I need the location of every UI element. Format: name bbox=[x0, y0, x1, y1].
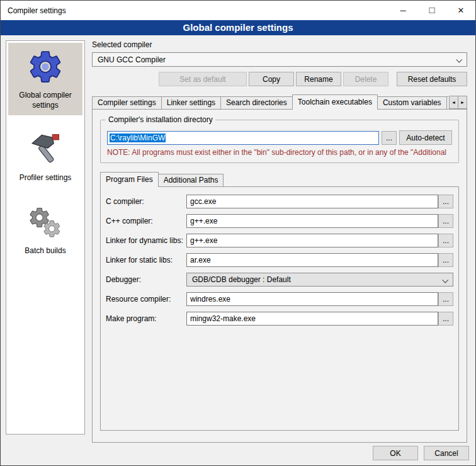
note-text: NOTE: All programs must exist either in … bbox=[107, 148, 452, 157]
make-program-browse-button[interactable]: ... bbox=[438, 312, 453, 326]
static-linker-label: Linker for static libs: bbox=[106, 256, 186, 264]
gears-gray-icon bbox=[25, 202, 65, 242]
ok-button[interactable]: OK bbox=[373, 446, 418, 460]
resource-compiler-browse-button[interactable]: ... bbox=[438, 292, 453, 306]
close-icon: ✕ bbox=[458, 6, 465, 15]
installation-directory-group: Compiler's installation directory C:\ray… bbox=[100, 120, 459, 163]
compiler-select-value: GNU GCC Compiler bbox=[98, 55, 166, 64]
delete-button[interactable]: Delete bbox=[343, 72, 388, 86]
compiler-actions: Set as default Copy Rename Delete Reset … bbox=[92, 72, 467, 86]
resource-compiler-label: Resource compiler: bbox=[106, 295, 186, 304]
profiler-hammer-icon bbox=[25, 129, 65, 169]
compiler-select[interactable]: GNU GCC Compiler bbox=[92, 52, 467, 67]
install-dir-input[interactable]: C:\raylib\MinGW bbox=[107, 131, 379, 145]
dialog-header-title: Global compiler settings bbox=[1, 20, 475, 35]
tab-build-options[interactable]: Buil bbox=[446, 96, 448, 110]
tabs-scroll-area: Compiler settings Linker settings Search… bbox=[92, 94, 448, 110]
form-row: Resource compiler: ... bbox=[106, 292, 453, 306]
tab-additional-paths[interactable]: Additional Paths bbox=[158, 174, 224, 187]
tab-toolchain-executables[interactable]: Toolchain executables bbox=[292, 94, 378, 110]
compiler-settings-dialog: Compiler settings ─ □ ✕ Global compiler … bbox=[0, 0, 476, 466]
settings-tabstrip: Compiler settings Linker settings Search… bbox=[92, 94, 467, 110]
make-program-input[interactable] bbox=[186, 312, 438, 326]
minimize-icon: ─ bbox=[400, 6, 405, 15]
sidebar-item-label: Profiler settings bbox=[20, 173, 72, 183]
debugger-select[interactable]: GDB/CDB debugger : Default bbox=[186, 273, 453, 287]
static-linker-input[interactable] bbox=[186, 253, 438, 267]
settings-category-sidebar: Global compiler settings Profiler settin… bbox=[6, 40, 85, 435]
form-row: Linker for static libs: ... bbox=[106, 253, 453, 267]
sidebar-item-global-compiler-settings[interactable]: Global compiler settings bbox=[8, 43, 82, 115]
toolchain-executables-panel: Compiler's installation directory C:\ray… bbox=[92, 109, 467, 443]
dynamic-linker-label: Linker for dynamic libs: bbox=[106, 236, 186, 245]
tab-linker-settings[interactable]: Linker settings bbox=[161, 96, 221, 110]
cpp-compiler-browse-button[interactable]: ... bbox=[438, 214, 453, 228]
tab-scroll-right-button[interactable]: ► bbox=[458, 96, 467, 109]
installation-directory-group-title: Compiler's installation directory bbox=[106, 115, 215, 124]
rename-button[interactable]: Rename bbox=[296, 72, 341, 86]
reset-defaults-button[interactable]: Reset defaults bbox=[397, 72, 467, 86]
maximize-button[interactable]: □ bbox=[417, 1, 446, 20]
sidebar-item-label: Batch builds bbox=[25, 246, 65, 256]
window-title: Compiler settings bbox=[1, 6, 66, 15]
make-program-label: Make program: bbox=[106, 314, 186, 323]
c-compiler-label: C compiler: bbox=[106, 197, 186, 206]
form-row: C++ compiler: ... bbox=[106, 214, 453, 228]
form-row: Linker for dynamic libs: ... bbox=[106, 234, 453, 247]
form-row: C compiler: ... bbox=[106, 195, 453, 208]
window-controls: ─ □ ✕ bbox=[388, 1, 475, 20]
gear-blue-icon bbox=[25, 47, 65, 87]
minimize-button[interactable]: ─ bbox=[388, 1, 417, 20]
chevron-down-icon bbox=[442, 277, 448, 283]
tab-scroll-left-button[interactable]: ◄ bbox=[449, 96, 458, 109]
sidebar-item-profiler-settings[interactable]: Profiler settings bbox=[8, 125, 82, 188]
install-dir-selected-text: C:\raylib\MinGW bbox=[110, 134, 166, 142]
chevron-down-icon bbox=[456, 57, 462, 63]
install-dir-browse-button[interactable]: ... bbox=[382, 131, 397, 145]
copy-button[interactable]: Copy bbox=[249, 72, 294, 86]
tab-custom-variables[interactable]: Custom variables bbox=[377, 96, 447, 110]
tab-compiler-settings[interactable]: Compiler settings bbox=[92, 96, 162, 110]
form-row: Make program: ... bbox=[106, 312, 453, 326]
installation-directory-row: C:\raylib\MinGW ... Auto-detect bbox=[107, 130, 452, 145]
arrow-left-icon: ◄ bbox=[451, 100, 456, 105]
dynamic-linker-input[interactable] bbox=[186, 234, 438, 247]
auto-detect-button[interactable]: Auto-detect bbox=[399, 130, 452, 145]
tab-program-files[interactable]: Program Files bbox=[100, 172, 159, 187]
resource-compiler-input[interactable] bbox=[186, 292, 438, 306]
arrow-right-icon: ► bbox=[460, 100, 465, 105]
debugger-label: Debugger: bbox=[106, 275, 186, 284]
cpp-compiler-input[interactable] bbox=[186, 214, 438, 228]
form-row: Debugger: GDB/CDB debugger : Default bbox=[106, 273, 453, 287]
close-button[interactable]: ✕ bbox=[446, 1, 475, 20]
tab-scroll-buttons: ◄ ► bbox=[450, 96, 467, 109]
sidebar-item-batch-builds[interactable]: Batch builds bbox=[8, 198, 82, 261]
dynamic-linker-browse-button[interactable]: ... bbox=[438, 234, 453, 247]
static-linker-browse-button[interactable]: ... bbox=[438, 253, 453, 267]
program-files-tabstrip: Program Files Additional Paths bbox=[100, 172, 459, 187]
debugger-select-value: GDB/CDB debugger : Default bbox=[192, 275, 291, 284]
set-as-default-button[interactable]: Set as default bbox=[159, 72, 247, 86]
cancel-button[interactable]: Cancel bbox=[424, 446, 469, 460]
tab-search-directories[interactable]: Search directories bbox=[220, 96, 293, 110]
c-compiler-browse-button[interactable]: ... bbox=[438, 195, 453, 208]
sidebar-item-label: Global compiler settings bbox=[9, 91, 81, 110]
cpp-compiler-label: C++ compiler: bbox=[106, 217, 186, 225]
c-compiler-input[interactable] bbox=[186, 195, 438, 208]
main-panel: Selected compiler GNU GCC Compiler Set a… bbox=[92, 40, 467, 443]
maximize-icon: □ bbox=[429, 4, 434, 15]
selected-compiler-label: Selected compiler bbox=[92, 40, 467, 49]
program-files-panel: C compiler: ... C++ compiler: ... Linker… bbox=[100, 186, 459, 431]
titlebar: Compiler settings ─ □ ✕ bbox=[1, 1, 475, 20]
dialog-footer: OK Cancel bbox=[373, 446, 469, 460]
